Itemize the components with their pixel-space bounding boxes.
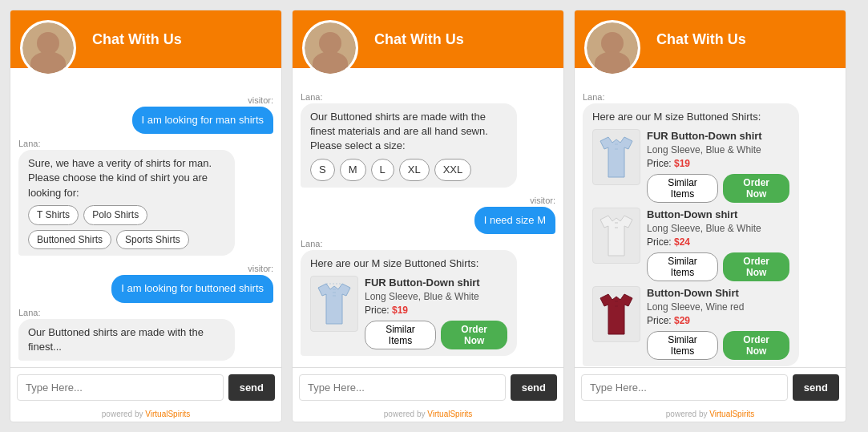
chat-title-3: Chat With Us [656,31,746,48]
product-actions-2-1: Similar Items Order Now [365,321,507,349]
send-button-2[interactable]: send [511,374,557,401]
lana-bubble-2: Our Buttoned shirts are made with the fi… [18,319,235,361]
chat-input-area-3: send [575,367,846,407]
chat-messages-1: visitor: I am looking for man shirts Lan… [10,78,281,367]
chat-header-3: Chat With Us [575,10,846,68]
visitor-bubble-1: I am looking for man shirts [132,107,273,134]
product-name-3-2: Button-Down shirt [647,208,789,222]
chat-title-1: Chat With Us [92,31,182,48]
chat-input-3[interactable] [581,374,788,401]
order-btn-2-1[interactable]: Order Now [441,321,507,349]
lana-bubble-1: Sure, we have a verity of shirts for man… [18,150,235,256]
similar-btn-2-1[interactable]: Similar Items [365,321,436,349]
size-s[interactable]: S [310,159,335,181]
lana-bubble-2b: Here are our M size Buttoned Shirts: FUR… [301,250,517,356]
chat-widget-1: Chat With Us visitor: I am looking for m… [10,10,282,422]
visitor-label-2a: visitor: [530,196,555,205]
chat-header-2: Chat With Us [293,10,563,68]
product-info-3-3: Button-Down Shirt Long Sleeve, Wine red … [647,286,789,360]
msg-row-visitor2: visitor: I am looking for buttoned shirt… [18,260,273,302]
visitor-bubble-2: I am looking for buttoned shirts [111,275,273,302]
msg-row-lana2: Lana: Our Buttoned shirts are made with … [18,308,273,361]
visitor-label-2: visitor: [248,264,273,273]
lana-label-1: Lana: [18,139,273,148]
product-img-2-1 [310,276,358,332]
product-card-3-3: Button-Down Shirt Long Sleeve, Wine red … [592,286,789,360]
size-l[interactable]: L [371,159,394,181]
avatar-face-2 [305,22,356,74]
send-button-1[interactable]: send [228,374,275,401]
visitor-bubble-2a: I need size M [474,207,555,234]
order-btn-3-2[interactable]: Order Now [723,252,789,281]
msg-row-visitor1: visitor: I am looking for man shirts [18,92,273,134]
chip-tshirts[interactable]: T Shirts [28,205,79,225]
avatar-1 [20,20,76,76]
chat-widget-3: Chat With Us Lana: Here are our M size B… [574,10,846,422]
product-name-3-3: Button-Down Shirt [647,286,789,301]
chip-sports[interactable]: Sports Shirts [116,230,189,250]
chip-poloshirts[interactable]: Polo Shirts [83,205,147,225]
product-price-3-1: Price: $19 [647,157,789,171]
product-price-3-2: Price: $24 [647,236,789,249]
msg-row-lana1: Lana: Sure, we have a verity of shirts f… [18,139,273,256]
similar-btn-3-2[interactable]: Similar Items [647,252,718,281]
lana-bubble-3: Here are our M size Buttoned Shirts: FUR… [583,103,799,366]
size-xxl[interactable]: XXL [434,159,472,181]
chip-buttoned[interactable]: Buttoned Shirts [28,230,111,250]
chat-input-area-2: send [293,367,563,407]
visitor-label-1: visitor: [248,95,273,105]
chat-input-2[interactable] [299,374,506,401]
product-actions-3-3: Similar Items Order Now [647,331,789,360]
order-btn-3-3[interactable]: Order Now [723,331,789,360]
msg-row-lana2b: Lana: Here are our M size Buttoned Shirt… [301,239,555,356]
avatar-2 [302,20,358,76]
powered-by-1: powered by VirtualSpirits [10,407,281,422]
chat-messages-3: Lana: Here are our M size Buttoned Shirt… [575,78,846,367]
avatar-3 [584,20,640,76]
product-card-3-1: FUR Button-Down shirt Long Sleeve, Blue … [592,129,789,203]
chat-header-1: Chat With Us [10,10,281,68]
product-name-2-1: FUR Button-Down shirt [365,276,507,290]
product-img-3-1 [592,129,640,185]
product-desc-2-1: Long Sleeve, Blue & White [365,290,507,304]
msg-row-lana3: Lana: Here are our M size Buttoned Shirt… [583,92,838,366]
lana-label-2: Lana: [18,308,273,317]
lana-bubble-2a: Our Buttoned shirts are made with the fi… [301,103,517,188]
powered-by-2: powered by VirtualSpirits [293,407,563,422]
send-button-3[interactable]: send [793,374,839,401]
msg-row-lana2a: Lana: Our Buttoned shirts are made with … [301,92,555,188]
size-chip-row: S M L XL XXL [310,159,507,181]
product-card-3-2: Button-Down shirt Long Sleeve, Blue & Wh… [592,208,789,281]
chip-row-1: T Shirts Polo Shirts Buttoned Shirts Spo… [28,205,225,250]
product-desc-3-2: Long Sleeve, Blue & White [647,222,789,236]
product-price-3-3: Price: $29 [647,314,789,328]
product-img-3-2 [592,208,640,264]
product-info-3-2: Button-Down shirt Long Sleeve, Blue & Wh… [647,208,789,281]
size-xl[interactable]: XL [399,159,430,181]
powered-by-3: powered by VirtualSpirits [575,407,846,422]
chat-widget-2: Chat With Us Lana: Our Buttoned shirts a… [292,10,564,422]
product-info-2-1: FUR Button-Down shirt Long Sleeve, Blue … [365,276,507,349]
msg-row-visitor2a: visitor: I need size M [301,192,555,234]
avatar-face-3 [587,22,638,74]
similar-btn-3-1[interactable]: Similar Items [647,174,718,203]
product-price-2-1: Price: $19 [365,304,507,317]
product-img-3-3 [592,286,640,342]
chat-messages-2: Lana: Our Buttoned shirts are made with … [293,78,563,367]
lana-label-2a: Lana: [301,92,555,102]
similar-btn-3-3[interactable]: Similar Items [647,331,718,360]
product-desc-3-1: Long Sleeve, Blue & White [647,143,789,157]
size-m[interactable]: M [340,159,366,181]
avatar-face-1 [22,22,74,74]
lana-label-3: Lana: [583,92,838,102]
product-card-2-1: FUR Button-Down shirt Long Sleeve, Blue … [310,276,507,349]
chat-title-2: Chat With Us [374,31,464,48]
chat-input-1[interactable] [17,374,224,401]
product-info-3-1: FUR Button-Down shirt Long Sleeve, Blue … [647,129,789,203]
product-actions-3-2: Similar Items Order Now [647,252,789,281]
product-actions-3-1: Similar Items Order Now [647,174,789,203]
product-desc-3-3: Long Sleeve, Wine red [647,301,789,314]
chat-input-area-1: send [10,367,281,407]
product-name-3-1: FUR Button-Down shirt [647,129,789,143]
order-btn-3-1[interactable]: Order Now [723,174,789,203]
